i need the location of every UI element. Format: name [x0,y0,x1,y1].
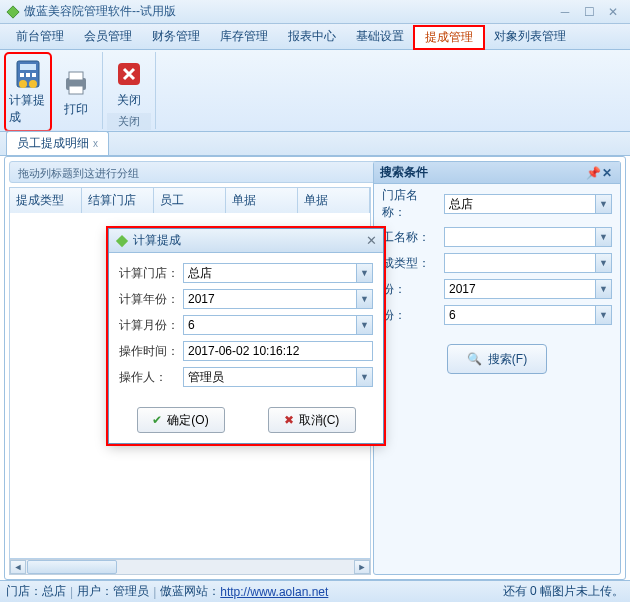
field-value: 2017-06-02 10:16:12 [188,344,299,358]
pin-icon[interactable]: 📌 [586,166,600,180]
svg-rect-6 [32,73,36,77]
col-commission-type[interactable]: 提成类型 [10,188,82,213]
search-row-combo[interactable]: ▼ [444,227,612,247]
calc-commission-button[interactable]: 计算提成 [6,54,50,130]
dialog-close-icon[interactable]: ✕ [366,233,377,248]
dialog-row-field[interactable]: 2017-06-02 10:16:12 [183,341,373,361]
search-row-label: 门店名称： [382,187,438,221]
field-value: 6 [188,318,195,332]
ok-button[interactable]: ✔ 确定(O) [137,407,225,433]
minimize-button[interactable]: ─ [554,4,576,20]
dialog-row: 操作时间：2017-06-02 10:16:12 [119,341,373,361]
menu-bar: 前台管理 会员管理 财务管理 库存管理 报表中心 基础设置 提成管理 对象列表管… [0,24,630,50]
chevron-down-icon[interactable]: ▼ [356,316,372,334]
search-row: 门店名称：总店▼ [374,184,620,224]
calc-commission-dialog: 计算提成 ✕ 计算门店：总店▼计算年份：2017▼计算月份：6▼操作时间：201… [108,228,384,444]
search-row-label: 成类型： [382,255,438,272]
printer-icon [60,67,92,99]
menu-member[interactable]: 会员管理 [74,24,142,49]
dialog-row-field[interactable]: 6▼ [183,315,373,335]
cancel-button-label: 取消(C) [299,412,340,429]
svg-rect-5 [26,73,30,77]
search-row-label: 工名称： [382,229,438,246]
menu-report[interactable]: 报表中心 [278,24,346,49]
search-panel-title: 搜索条件 [380,164,428,181]
window-title: 傲蓝美容院管理软件--试用版 [24,3,552,20]
calculator-icon [12,58,44,90]
check-icon: ✔ [152,413,162,427]
grid-header: 提成类型 结算门店 员工 单据 单据 [9,187,371,214]
col-bill[interactable]: 单据 [226,188,298,213]
field-value: 总店 [188,265,212,282]
search-row-combo[interactable]: 6▼ [444,305,612,325]
ok-button-label: 确定(O) [167,412,208,429]
dialog-row-label: 计算月份： [119,317,179,334]
doc-tab-label: 员工提成明细 [17,135,89,152]
svg-rect-4 [20,73,24,77]
doc-tab-close-icon[interactable]: x [93,138,98,149]
dialog-row-label: 操作时间： [119,343,179,360]
menu-front[interactable]: 前台管理 [6,24,74,49]
chevron-down-icon[interactable]: ▼ [595,254,611,272]
status-store: 总店 [42,583,66,600]
chevron-down-icon[interactable]: ▼ [595,306,611,324]
scroll-right-icon[interactable]: ► [354,560,370,574]
scroll-left-icon[interactable]: ◄ [10,560,26,574]
chevron-down-icon[interactable]: ▼ [595,280,611,298]
col-bill-2[interactable]: 单据 [298,188,370,213]
title-bar: 傲蓝美容院管理软件--试用版 ─ ☐ ✕ [0,0,630,24]
ribbon-group-close-label: 关闭 [107,113,151,130]
dialog-row-label: 计算年份： [119,291,179,308]
search-row-label: 份： [382,281,438,298]
maximize-button[interactable]: ☐ [578,4,600,20]
search-panel-header: 搜索条件 📌 ✕ [374,162,620,184]
menu-objectlist[interactable]: 对象列表管理 [484,24,576,49]
menu-basic[interactable]: 基础设置 [346,24,414,49]
cancel-button[interactable]: ✖ 取消(C) [268,407,356,433]
panel-close-icon[interactable]: ✕ [600,166,614,180]
chevron-down-icon[interactable]: ▼ [356,290,372,308]
cancel-icon: ✖ [284,413,294,427]
doc-tab-commission-detail[interactable]: 员工提成明细 x [6,131,109,155]
ribbon-group-edit: 计算提成 打印 记录编辑 [2,52,103,129]
search-row-combo[interactable]: 2017▼ [444,279,612,299]
search-row: 工名称：▼ [374,224,620,250]
chevron-down-icon[interactable]: ▼ [595,228,611,246]
dialog-row-field[interactable]: 总店▼ [183,263,373,283]
status-link[interactable]: http://www.aolan.net [220,585,328,599]
search-row-combo[interactable]: 总店▼ [444,194,612,214]
close-button[interactable]: ✕ [602,4,624,20]
field-value: 2017 [188,292,215,306]
chevron-down-icon[interactable]: ▼ [356,368,372,386]
close-icon [113,58,145,90]
search-row: 份：2017▼ [374,276,620,302]
document-tabstrip: 员工提成明细 x [0,132,630,156]
search-row: 份：6▼ [374,302,620,328]
close-doc-label: 关闭 [117,92,141,109]
dialog-title: 计算提成 [133,232,181,249]
scroll-thumb[interactable] [27,560,117,574]
dialog-row-field[interactable]: 2017▼ [183,289,373,309]
status-user: 管理员 [113,583,149,600]
search-row-combo[interactable]: ▼ [444,253,612,273]
menu-finance[interactable]: 财务管理 [142,24,210,49]
svg-point-8 [29,80,37,88]
menu-commission[interactable]: 提成管理 [414,26,484,49]
close-doc-button[interactable]: 关闭 [107,54,151,113]
search-button[interactable]: 🔍 搜索(F) [447,344,547,374]
col-settle-store[interactable]: 结算门店 [82,188,154,213]
svg-marker-13 [116,234,128,246]
dialog-row: 计算月份：6▼ [119,315,373,335]
search-row-label: 份： [382,307,438,324]
dialog-row-field[interactable]: 管理员▼ [183,367,373,387]
status-upload: 还有 0 幅图片未上传。 [503,583,624,600]
chevron-down-icon[interactable]: ▼ [356,264,372,282]
app-logo-icon [6,5,20,19]
col-employee[interactable]: 员工 [154,188,226,213]
menu-stock[interactable]: 库存管理 [210,24,278,49]
chevron-down-icon[interactable]: ▼ [595,195,611,213]
dialog-titlebar[interactable]: 计算提成 ✕ [109,229,383,253]
status-link-label: 傲蓝网站： [160,583,220,600]
horizontal-scrollbar[interactable]: ◄ ► [9,559,371,575]
print-button[interactable]: 打印 [54,54,98,130]
